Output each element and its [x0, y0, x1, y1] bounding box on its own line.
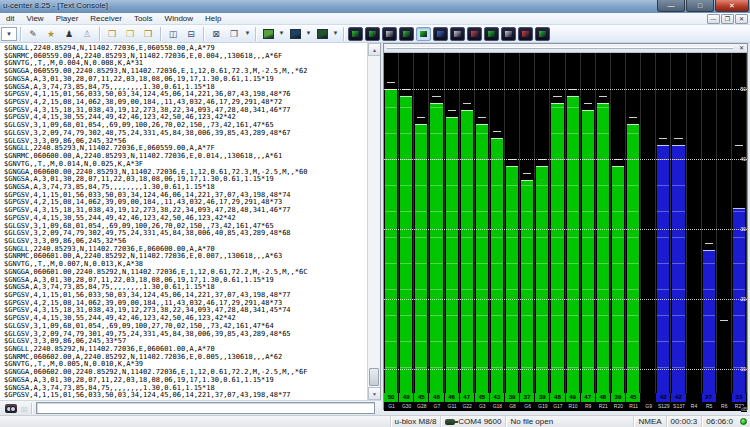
close-view-icon[interactable]: ⊠ — [208, 26, 224, 41]
find-icon[interactable] — [5, 404, 17, 413]
pane-grabber[interactable] — [387, 47, 733, 49]
console-filter-bar: ▯▯ — [0, 400, 381, 415]
console-scrollbar[interactable]: ▲ ▼ — [367, 43, 380, 400]
signal-bar-G1 — [385, 89, 397, 393]
satellite-id-R20: R20 — [611, 402, 626, 411]
pane-close-icon[interactable]: ✕ — [737, 44, 746, 52]
log-create-icon[interactable]: ❒ — [104, 26, 120, 41]
split-horizontal-icon[interactable]: ◫ — [165, 26, 181, 41]
satellite-column-R6 — [717, 53, 732, 393]
standing-person-icon[interactable]: ♟ — [61, 26, 77, 41]
satellite-column-G19 — [535, 53, 550, 393]
peak-tick-G28 — [417, 117, 425, 118]
satellite-id-R5: R5 — [702, 402, 717, 411]
chart-view-icon[interactable] — [287, 26, 303, 41]
signal-bar-R21 — [597, 103, 609, 393]
map-view-icon[interactable] — [260, 26, 276, 41]
clock-view-icon[interactable] — [501, 27, 516, 41]
deviation-map-icon[interactable] — [535, 27, 550, 41]
menu-item-view[interactable]: View — [20, 13, 49, 25]
satellite-id-R6: R6 — [717, 402, 732, 411]
menu-item-dit[interactable]: dit — [0, 13, 20, 25]
satellite-id-G17: G17 — [550, 402, 565, 411]
scroll-thumb[interactable] — [369, 368, 379, 386]
scroll-down-arrow[interactable]: ▼ — [368, 387, 381, 400]
text-console-icon-glyph — [386, 31, 393, 37]
signal-bar-S129 — [657, 145, 669, 393]
split-vertical-icon[interactable]: ⊟ — [183, 26, 199, 41]
map-view-dropdown[interactable]: ▼ — [277, 26, 286, 41]
compass-view-icon[interactable] — [467, 27, 482, 41]
mdi-minimize-button[interactable]: — — [707, 14, 720, 24]
toolbar-separator — [203, 27, 204, 41]
satellite-position-view-icon-glyph — [437, 31, 444, 37]
table-view-icon-glyph — [317, 29, 328, 39]
satellite-column-R9 — [581, 53, 596, 393]
satellite-column-G22 — [460, 53, 475, 393]
log-open-icon[interactable]: ❒ — [122, 26, 138, 41]
status-bar: u-blox M8/8 COM4 9600 No file open NMEA … — [0, 415, 750, 427]
text-console-pane[interactable]: $GNGLL,2240.85294,N,11402.72036,E,060558… — [0, 43, 381, 400]
satellite-position-view-icon[interactable] — [433, 27, 448, 41]
com-port-pane[interactable]: COM4 9600 — [440, 416, 505, 427]
new-window-icon[interactable]: ❐ — [226, 26, 242, 41]
signal-bar-G6 — [521, 180, 533, 393]
utc-time-pane: 06:06:0 — [701, 416, 737, 427]
signal-value-R10: 49 — [566, 393, 581, 402]
magic-wand-icon[interactable]: ✎ — [25, 26, 41, 41]
menu-item-receiver[interactable]: Receiver — [84, 13, 128, 25]
peak-tick-G1 — [387, 82, 395, 83]
signal-bar-R20 — [612, 166, 624, 393]
speedometer-view-icon[interactable] — [484, 27, 499, 41]
text-console-icon[interactable] — [382, 27, 397, 41]
signal-value-G17: 48 — [550, 393, 565, 402]
window-title: u-center 8.25 - [Text Console] — [3, 1, 108, 10]
menu-item-tools[interactable]: Tools — [128, 13, 159, 25]
signal-value-R6 — [717, 393, 732, 402]
menu-item-window[interactable]: Window — [159, 13, 199, 25]
scroll-up-arrow[interactable]: ▲ — [368, 43, 381, 56]
satellite-column-G6 — [520, 53, 535, 393]
messages-view-icon[interactable] — [348, 27, 363, 41]
close-button[interactable]: ✕ — [715, 0, 749, 12]
log-edit-icon[interactable]: ❒ — [140, 26, 156, 41]
packet-console-icon[interactable] — [365, 27, 380, 41]
window-controls: — □ ✕ — [656, 0, 749, 12]
mdi-restore-button[interactable]: ❐ — [721, 14, 734, 24]
autobaud-bug-icon[interactable]: ★ — [43, 26, 59, 41]
satellite-id-G28: G28 — [414, 402, 429, 411]
satellite-column-G18 — [490, 53, 505, 393]
toolbar-separator — [160, 27, 161, 41]
statistic-view-icon[interactable] — [399, 27, 414, 41]
chart-view-dropdown[interactable]: ▼ — [304, 26, 313, 41]
table-view-dropdown[interactable]: ▼ — [331, 26, 340, 41]
filter-input[interactable] — [36, 402, 375, 414]
signal-value-G30: 49 — [399, 393, 414, 402]
satellite-id-R4: R4 — [687, 402, 702, 411]
table-view-icon[interactable] — [314, 26, 330, 41]
satellite-column-G9 — [641, 53, 656, 393]
sky-view-icon[interactable] — [450, 27, 465, 41]
peak-tick-G18 — [493, 131, 501, 132]
peak-tick-G7 — [432, 96, 440, 97]
toolbar-separator — [20, 27, 21, 41]
sky-view-icon-glyph — [454, 31, 461, 37]
peak-tick-R22 — [735, 145, 743, 146]
altimeter-view-icon[interactable] — [518, 27, 533, 41]
match-brackets-icon[interactable]: ▯▯ — [21, 405, 28, 412]
receiver-combo-remnant[interactable]: ▼ — [1, 27, 17, 41]
menu-item-help[interactable]: Help — [199, 13, 227, 25]
satellite-level-history-view-icon[interactable] — [416, 27, 431, 41]
signal-bar-G18 — [491, 138, 503, 393]
chart-pane-header[interactable]: ✕ — [384, 44, 747, 53]
signal-value-row: 5049454846474543393739484947483945424227… — [384, 393, 747, 402]
maximize-button[interactable]: □ — [686, 0, 714, 12]
minimize-button[interactable]: — — [657, 0, 685, 12]
window-dropdown-arrow[interactable]: ▼ — [243, 26, 252, 41]
mdi-close-button[interactable]: ✕ — [735, 14, 748, 24]
peak-tick-R5 — [705, 243, 713, 244]
menu-item-player[interactable]: Player — [50, 13, 85, 25]
peak-tick-S129 — [659, 138, 667, 139]
seated-person-icon[interactable]: ♙ — [79, 26, 95, 41]
messages-view-icon-glyph — [352, 31, 359, 37]
